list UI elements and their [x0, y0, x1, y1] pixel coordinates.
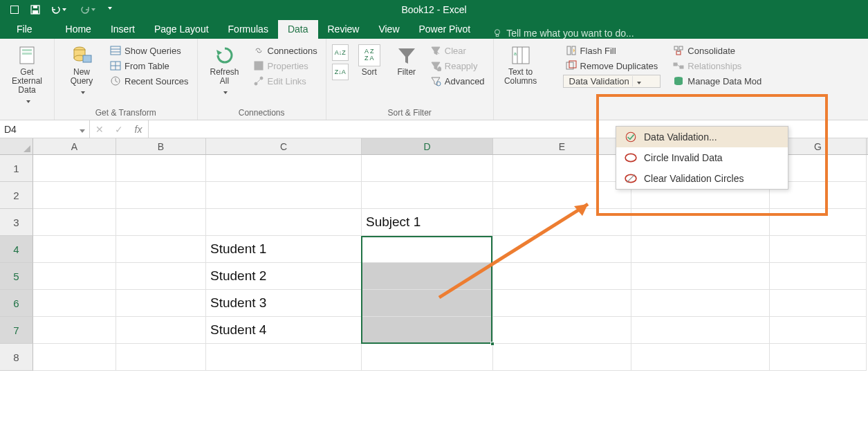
- manage-data-model-button[interactable]: Manage Data Mod: [670, 75, 764, 87]
- cell-B5[interactable]: [116, 263, 206, 290]
- row-header-3[interactable]: 3: [0, 209, 33, 236]
- refresh-all-button[interactable]: Refresh All: [203, 42, 246, 98]
- cell-C8[interactable]: [206, 344, 362, 371]
- cell-E4[interactable]: [493, 236, 631, 263]
- cell-D4[interactable]: [362, 236, 493, 263]
- cell-A2[interactable]: [33, 182, 116, 209]
- customize-qat-button[interactable]: [105, 1, 116, 18]
- cell-F8[interactable]: [631, 344, 770, 371]
- save-button[interactable]: [26, 1, 44, 18]
- cell-E3[interactable]: [493, 209, 631, 236]
- connections-button[interactable]: Connections: [250, 44, 320, 57]
- cell-B8[interactable]: [116, 344, 206, 371]
- remove-duplicates-button[interactable]: Remove Duplicates: [563, 59, 661, 72]
- tab-power-pivot[interactable]: Power Pivot: [409, 20, 481, 39]
- fill-handle[interactable]: [490, 342, 495, 346]
- redo-button[interactable]: [76, 1, 94, 18]
- col-header-A[interactable]: A: [33, 138, 116, 154]
- col-header-D[interactable]: D: [362, 138, 493, 154]
- cell-C3[interactable]: [206, 209, 362, 236]
- name-box-dropdown-icon[interactable]: [80, 124, 85, 135]
- row-header-7[interactable]: 7: [0, 317, 33, 344]
- cell-E1[interactable]: [493, 155, 631, 182]
- tell-me-search[interactable]: Tell me what you want to do...: [492, 28, 634, 39]
- cell-A1[interactable]: [33, 155, 116, 182]
- cell-A5[interactable]: [33, 263, 116, 290]
- menu-item-circle-invalid[interactable]: Circle Invalid Data: [616, 147, 788, 168]
- cell-F7[interactable]: [631, 317, 770, 344]
- cell-A4[interactable]: [33, 236, 116, 263]
- menu-item-data-validation[interactable]: Data Validation...: [616, 127, 788, 147]
- insert-function-button[interactable]: fx: [129, 124, 148, 135]
- cell-E6[interactable]: [493, 290, 631, 317]
- cell-F5[interactable]: [631, 263, 770, 290]
- cell-C1[interactable]: [206, 155, 362, 182]
- select-all-corner[interactable]: [0, 138, 33, 154]
- cell-G4[interactable]: [770, 236, 867, 263]
- menu-item-clear-circles[interactable]: Clear Validation Circles: [616, 168, 788, 189]
- new-query-button[interactable]: New Query: [60, 42, 103, 98]
- sort-desc-button[interactable]: Z↓A: [332, 64, 349, 80]
- tab-insert[interactable]: Insert: [101, 20, 145, 39]
- consolidate-button[interactable]: Consolidate: [670, 44, 764, 57]
- cell-C7[interactable]: Student 4: [206, 317, 362, 344]
- cell-A8[interactable]: [33, 344, 116, 371]
- cell-E2[interactable]: [493, 182, 631, 209]
- cell-G7[interactable]: [770, 317, 867, 344]
- sort-asc-button[interactable]: A↓Z: [332, 44, 349, 61]
- cell-B3[interactable]: [116, 209, 206, 236]
- tab-data[interactable]: Data: [278, 20, 318, 39]
- tab-view[interactable]: View: [369, 20, 409, 39]
- cell-F6[interactable]: [631, 290, 770, 317]
- cell-B2[interactable]: [116, 182, 206, 209]
- row-header-6[interactable]: 6: [0, 290, 33, 317]
- cell-F3[interactable]: [631, 209, 770, 236]
- sort-button[interactable]: A ZZ A Sort: [353, 42, 386, 77]
- cell-G3[interactable]: [770, 209, 867, 236]
- cell-E5[interactable]: [493, 263, 631, 290]
- col-header-E[interactable]: E: [493, 138, 631, 154]
- recent-sources-button[interactable]: Recent Sources: [107, 75, 192, 87]
- tab-review[interactable]: Review: [318, 20, 369, 39]
- cell-D2[interactable]: [362, 182, 493, 209]
- from-table-button[interactable]: From Table: [107, 59, 192, 72]
- text-to-columns-button[interactable]: a Text to Columns: [499, 42, 542, 86]
- cell-F4[interactable]: [631, 236, 770, 263]
- cell-C6[interactable]: Student 3: [206, 290, 362, 317]
- col-header-C[interactable]: C: [206, 138, 362, 154]
- cell-G5[interactable]: [770, 263, 867, 290]
- cell-B1[interactable]: [116, 155, 206, 182]
- data-validation-button[interactable]: Data Validation: [563, 75, 661, 88]
- undo-button[interactable]: [47, 1, 65, 18]
- tab-formulas[interactable]: Formulas: [219, 20, 278, 39]
- cell-D8[interactable]: [362, 344, 493, 371]
- filter-button[interactable]: Filter: [390, 42, 423, 77]
- cell-D1[interactable]: [362, 155, 493, 182]
- advanced-filter-button[interactable]: Advanced: [427, 75, 488, 87]
- cell-A3[interactable]: [33, 209, 116, 236]
- cell-E7[interactable]: [493, 317, 631, 344]
- name-box[interactable]: D4: [0, 120, 90, 138]
- show-queries-button[interactable]: Show Queries: [107, 44, 192, 57]
- tab-home[interactable]: Home: [56, 20, 101, 39]
- row-header-8[interactable]: 8: [0, 344, 33, 371]
- cell-D6[interactable]: [362, 290, 493, 317]
- tab-page-layout[interactable]: Page Layout: [145, 20, 219, 39]
- cell-G8[interactable]: [770, 344, 867, 371]
- cell-C4[interactable]: Student 1: [206, 236, 362, 263]
- cell-C5[interactable]: Student 2: [206, 263, 362, 290]
- data-validation-dropdown[interactable]: [632, 76, 641, 86]
- tab-file[interactable]: File: [7, 20, 42, 39]
- cell-A6[interactable]: [33, 290, 116, 317]
- row-header-4[interactable]: 4: [0, 236, 33, 263]
- cell-C2[interactable]: [206, 182, 362, 209]
- cell-B7[interactable]: [116, 317, 206, 344]
- cell-D5[interactable]: [362, 263, 493, 290]
- col-header-B[interactable]: B: [116, 138, 206, 154]
- cell-B4[interactable]: [116, 236, 206, 263]
- get-external-data-button[interactable]: Get External Data: [6, 42, 48, 107]
- cell-B6[interactable]: [116, 290, 206, 317]
- row-header-5[interactable]: 5: [0, 263, 33, 290]
- flash-fill-button[interactable]: Flash Fill: [563, 44, 661, 57]
- row-header-2[interactable]: 2: [0, 182, 33, 209]
